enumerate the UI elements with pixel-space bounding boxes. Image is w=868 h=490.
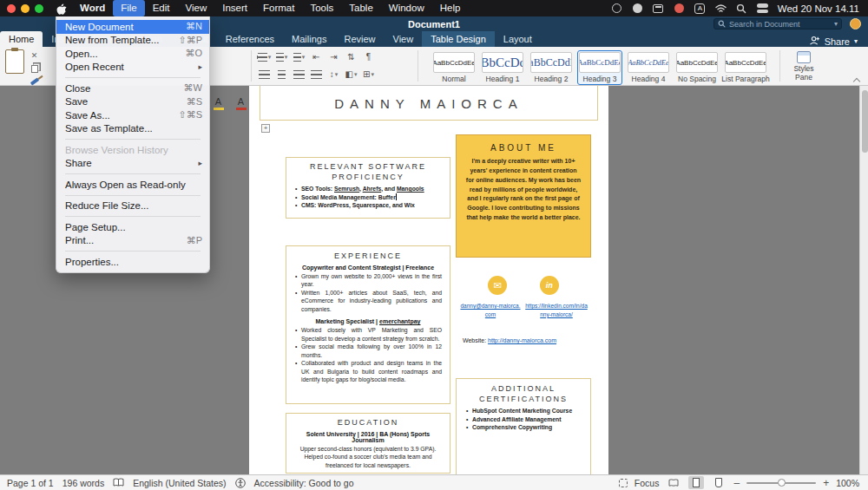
focus-button[interactable]: Focus: [635, 478, 660, 488]
table-move-handle-icon[interactable]: +: [261, 124, 270, 133]
input-source-icon[interactable]: A: [694, 3, 706, 14]
email-link[interactable]: danny@danny-maiorca.com: [459, 302, 522, 319]
shading-button[interactable]: ◧▾: [344, 68, 358, 81]
menubar-item-view[interactable]: View: [178, 0, 215, 16]
recording-icon[interactable]: [674, 3, 685, 14]
menubar-item-insert[interactable]: Insert: [214, 0, 255, 16]
cloud-icon[interactable]: [632, 3, 643, 14]
linkedin-link[interactable]: https://linkedin.com/in/danny-maiorca/: [525, 302, 588, 319]
menu-item-save[interactable]: Save⌘S: [56, 95, 209, 109]
menubar-clock[interactable]: Wed 20 Nov 14.11: [778, 3, 859, 14]
menu-item-properties[interactable]: Properties...: [56, 255, 209, 269]
show-paragraph-marks-button[interactable]: ¶: [361, 50, 376, 63]
style-heading-1[interactable]: AaBbCcDdEe Heading 1: [480, 50, 525, 85]
accessibility-status[interactable]: Accessibility: Good to go: [254, 478, 354, 488]
align-right-button[interactable]: [292, 68, 306, 81]
style-heading-3[interactable]: AaBbCcDdEe Heading 3: [577, 50, 622, 85]
menu-item-reduce-file-size[interactable]: Reduce File Size...: [56, 199, 209, 213]
zoom-in-button[interactable]: +: [823, 477, 829, 489]
zoom-window-button[interactable]: [35, 4, 43, 13]
account-presence-icon[interactable]: [850, 18, 861, 29]
bullet-list-button[interactable]: ▾: [257, 50, 272, 63]
web-layout-button[interactable]: [711, 476, 727, 489]
line-spacing-button[interactable]: ↕▾: [326, 68, 341, 81]
tab-mailings[interactable]: Mailings: [283, 31, 335, 47]
menu-item-new-document[interactable]: New Document⌘N: [56, 20, 209, 34]
zoom-slider-thumb[interactable]: [778, 479, 786, 487]
align-left-button[interactable]: [257, 68, 272, 81]
proofing-status-icon[interactable]: [113, 478, 124, 487]
zoom-percentage[interactable]: 100%: [836, 478, 859, 488]
text-highlight-button[interactable]: A: [211, 97, 226, 112]
software-bullet: CMS: WordPress, Squarespace, and Wix: [294, 201, 442, 210]
print-layout-button[interactable]: [688, 476, 704, 489]
menubar-item-format[interactable]: Format: [255, 0, 302, 16]
menu-item-save-as-template[interactable]: Save as Template...: [56, 122, 209, 136]
increase-indent-button[interactable]: ⇥: [326, 50, 341, 63]
style-heading-4[interactable]: AaBbCcDdEe Heading 4: [626, 50, 671, 85]
search-in-document-field[interactable]: Search in Document ▾: [713, 18, 842, 29]
menu-item-save-as[interactable]: Save As...⇧⌘S: [56, 108, 209, 122]
menu-item-print[interactable]: Print...⌘P: [56, 234, 209, 248]
tab-table-layout[interactable]: Layout: [495, 31, 541, 47]
tab-home[interactable]: Home: [0, 31, 43, 47]
menubar-item-word[interactable]: Word: [72, 0, 113, 16]
close-window-button[interactable]: [7, 4, 16, 13]
word-count[interactable]: 196 words: [62, 478, 104, 488]
decrease-indent-button[interactable]: ⇤: [309, 50, 324, 63]
style-heading-2[interactable]: AaBbCcDdEe Heading 2: [529, 50, 574, 85]
menubar-item-tools[interactable]: Tools: [302, 0, 341, 16]
tab-table-design[interactable]: Table Design: [422, 31, 495, 47]
share-button[interactable]: Share ▾: [809, 36, 868, 47]
status-app-icon[interactable]: [611, 3, 622, 14]
menu-item-page-setup[interactable]: Page Setup...: [56, 220, 209, 234]
paste-button[interactable]: [5, 49, 24, 74]
tab-view[interactable]: View: [385, 31, 423, 47]
menu-item-close[interactable]: Close⌘W: [56, 82, 209, 95]
website-line[interactable]: Website: http://danny-maiorca.com: [463, 337, 556, 343]
tab-review[interactable]: Review: [335, 31, 384, 47]
copy-button[interactable]: [28, 63, 41, 74]
menu-item-always-open-read-only[interactable]: Always Open as Read-only: [56, 178, 209, 192]
multilevel-list-button[interactable]: ▾: [292, 50, 306, 63]
menubar-item-window[interactable]: Window: [381, 0, 432, 16]
justify-button[interactable]: [309, 68, 324, 81]
style-no-spacing[interactable]: AaBbCcDdEe No Spacing: [674, 50, 720, 85]
menu-item-open-recent[interactable]: Open Recent▸: [56, 61, 209, 75]
search-scope-chevron-icon[interactable]: ▾: [834, 20, 838, 28]
styles-pane-button[interactable]: Styles Pane: [786, 51, 822, 82]
read-mode-button[interactable]: [666, 476, 681, 489]
tab-references[interactable]: References: [217, 31, 283, 47]
vertical-scrollbar[interactable]: [859, 86, 868, 474]
borders-button[interactable]: ⊞▾: [361, 68, 376, 81]
sort-button[interactable]: ⇅: [344, 50, 358, 63]
scrollbar-thumb[interactable]: [862, 90, 868, 153]
style-list-paragraph[interactable]: AaBbCcDdEe List Paragraph: [723, 50, 768, 85]
zoom-slider[interactable]: [746, 482, 816, 484]
spotlight-search-icon[interactable]: [736, 3, 747, 14]
menu-item-share[interactable]: Share▸: [56, 157, 209, 171]
document-page[interactable]: DANNY MAIORCA + RELEVANT SOFTWARE PROFIC…: [249, 86, 608, 474]
align-center-button[interactable]: [274, 68, 289, 81]
cut-button[interactable]: ✕: [28, 50, 41, 61]
window-manager-icon[interactable]: [653, 3, 664, 14]
format-painter-button[interactable]: [28, 76, 41, 87]
menubar-item-edit[interactable]: Edit: [145, 0, 178, 16]
control-center-icon[interactable]: [757, 3, 768, 14]
menubar-item-table[interactable]: Table: [341, 0, 381, 16]
style-normal[interactable]: AaBbCcDdEe Normal: [431, 50, 477, 85]
language-indicator[interactable]: English (United States): [133, 478, 226, 488]
numbered-list-button[interactable]: ▾: [274, 50, 289, 63]
minimize-window-button[interactable]: [21, 4, 30, 13]
menu-item-open[interactable]: Open...⌘O: [56, 47, 209, 61]
menu-item-new-from-template[interactable]: New from Template...⇧⌘P: [56, 34, 209, 48]
page-count[interactable]: Page 1 of 1: [7, 478, 54, 488]
menubar-item-file[interactable]: File: [113, 0, 145, 16]
apple-menu-icon[interactable]: [56, 3, 67, 15]
paragraph-group: ▾ ▾ ▾ ⇤ ⇥ ⇅ ¶ ↕▾ ◧▾ ⊞▾: [257, 50, 403, 81]
zoom-out-button[interactable]: –: [733, 477, 740, 489]
font-color-button[interactable]: A: [233, 97, 248, 112]
menubar-item-help[interactable]: Help: [432, 0, 469, 16]
wifi-icon[interactable]: [715, 3, 727, 14]
ribbon-collapse-icon[interactable]: [852, 77, 861, 82]
